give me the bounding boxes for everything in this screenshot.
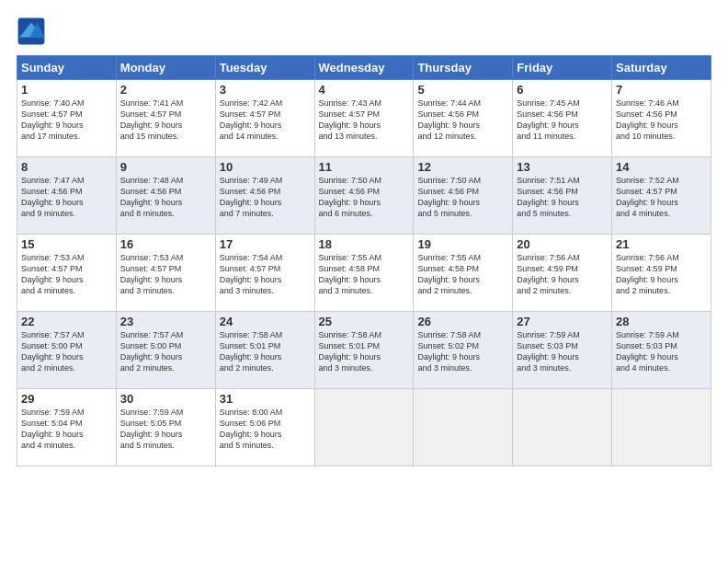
day-info: Sunrise: 7:57 AM Sunset: 5:00 PM Dayligh… <box>21 329 112 374</box>
day-number: 29 <box>21 392 112 406</box>
day-info: Sunrise: 7:52 AM Sunset: 4:57 PM Dayligh… <box>616 175 707 220</box>
day-info: Sunrise: 7:42 AM Sunset: 4:57 PM Dayligh… <box>220 98 311 143</box>
day-number: 14 <box>616 160 707 174</box>
day-number: 16 <box>120 237 211 251</box>
calendar-week-1: 8Sunrise: 7:47 AM Sunset: 4:56 PM Daylig… <box>17 157 711 235</box>
calendar-cell: 8Sunrise: 7:47 AM Sunset: 4:56 PM Daylig… <box>17 157 117 235</box>
day-number: 18 <box>319 237 410 251</box>
day-number: 22 <box>21 315 112 328</box>
calendar-cell: 1Sunrise: 7:40 AM Sunset: 4:57 PM Daylig… <box>17 80 117 157</box>
calendar-cell: 31Sunrise: 8:00 AM Sunset: 5:06 PM Dayli… <box>215 389 314 466</box>
header <box>17 17 711 46</box>
day-info: Sunrise: 7:59 AM Sunset: 5:03 PM Dayligh… <box>616 329 707 374</box>
day-number: 19 <box>417 237 508 251</box>
day-info: Sunrise: 7:53 AM Sunset: 4:57 PM Dayligh… <box>120 252 211 297</box>
day-number: 7 <box>616 83 707 97</box>
day-info: Sunrise: 7:59 AM Sunset: 5:03 PM Dayligh… <box>517 329 608 374</box>
calendar-cell <box>414 389 513 466</box>
day-info: Sunrise: 7:48 AM Sunset: 4:56 PM Dayligh… <box>120 175 211 220</box>
calendar-cell: 17Sunrise: 7:54 AM Sunset: 4:57 PM Dayli… <box>215 235 314 312</box>
day-info: Sunrise: 7:53 AM Sunset: 4:57 PM Dayligh… <box>21 252 112 297</box>
day-info: Sunrise: 7:43 AM Sunset: 4:57 PM Dayligh… <box>319 98 410 143</box>
day-number: 5 <box>417 83 508 97</box>
weekday-header-wednesday: Wednesday <box>314 56 414 80</box>
weekday-header-sunday: Sunday <box>17 56 117 80</box>
day-number: 15 <box>21 237 112 251</box>
weekday-header-tuesday: Tuesday <box>215 56 314 80</box>
calendar-cell: 25Sunrise: 7:58 AM Sunset: 5:01 PM Dayli… <box>314 312 414 389</box>
calendar-cell: 16Sunrise: 7:53 AM Sunset: 4:57 PM Dayli… <box>116 235 215 312</box>
calendar-cell: 21Sunrise: 7:56 AM Sunset: 4:59 PM Dayli… <box>612 235 711 312</box>
calendar-cell: 6Sunrise: 7:45 AM Sunset: 4:56 PM Daylig… <box>513 80 612 157</box>
weekday-header-row: SundayMondayTuesdayWednesdayThursdayFrid… <box>17 56 711 80</box>
calendar-cell: 26Sunrise: 7:58 AM Sunset: 5:02 PM Dayli… <box>414 312 513 389</box>
weekday-header-saturday: Saturday <box>612 56 711 80</box>
day-number: 8 <box>21 160 112 174</box>
day-number: 21 <box>616 237 707 251</box>
day-number: 26 <box>417 315 508 328</box>
day-info: Sunrise: 7:55 AM Sunset: 4:58 PM Dayligh… <box>319 252 410 297</box>
calendar-cell <box>314 389 414 466</box>
day-info: Sunrise: 7:57 AM Sunset: 5:00 PM Dayligh… <box>120 329 211 374</box>
calendar-cell: 7Sunrise: 7:46 AM Sunset: 4:56 PM Daylig… <box>612 80 711 157</box>
calendar: SundayMondayTuesdayWednesdayThursdayFrid… <box>17 55 711 466</box>
day-number: 10 <box>220 160 311 174</box>
day-info: Sunrise: 7:49 AM Sunset: 4:56 PM Dayligh… <box>220 175 311 220</box>
day-info: Sunrise: 7:50 AM Sunset: 4:56 PM Dayligh… <box>319 175 410 220</box>
day-info: Sunrise: 7:51 AM Sunset: 4:56 PM Dayligh… <box>517 175 608 220</box>
weekday-header-monday: Monday <box>116 56 215 80</box>
day-info: Sunrise: 7:58 AM Sunset: 5:01 PM Dayligh… <box>319 329 410 374</box>
calendar-cell <box>612 389 711 466</box>
day-number: 30 <box>120 392 211 406</box>
day-number: 12 <box>417 160 508 174</box>
calendar-cell: 22Sunrise: 7:57 AM Sunset: 5:00 PM Dayli… <box>17 312 117 389</box>
calendar-cell: 18Sunrise: 7:55 AM Sunset: 4:58 PM Dayli… <box>314 235 414 312</box>
day-number: 6 <box>517 83 608 97</box>
day-info: Sunrise: 8:00 AM Sunset: 5:06 PM Dayligh… <box>220 407 311 452</box>
calendar-cell <box>513 389 612 466</box>
calendar-week-2: 15Sunrise: 7:53 AM Sunset: 4:57 PM Dayli… <box>17 235 711 312</box>
calendar-cell: 29Sunrise: 7:59 AM Sunset: 5:04 PM Dayli… <box>17 389 117 466</box>
logo <box>17 17 50 46</box>
calendar-cell: 12Sunrise: 7:50 AM Sunset: 4:56 PM Dayli… <box>414 157 513 235</box>
day-number: 4 <box>319 83 410 97</box>
weekday-header-friday: Friday <box>513 56 612 80</box>
calendar-week-3: 22Sunrise: 7:57 AM Sunset: 5:00 PM Dayli… <box>17 312 711 389</box>
calendar-cell: 13Sunrise: 7:51 AM Sunset: 4:56 PM Dayli… <box>513 157 612 235</box>
day-number: 1 <box>21 83 112 97</box>
calendar-cell: 28Sunrise: 7:59 AM Sunset: 5:03 PM Dayli… <box>612 312 711 389</box>
day-number: 20 <box>517 237 608 251</box>
day-info: Sunrise: 7:55 AM Sunset: 4:58 PM Dayligh… <box>417 252 508 297</box>
day-number: 11 <box>319 160 410 174</box>
day-info: Sunrise: 7:54 AM Sunset: 4:57 PM Dayligh… <box>220 252 311 297</box>
day-info: Sunrise: 7:58 AM Sunset: 5:01 PM Dayligh… <box>220 329 311 374</box>
day-info: Sunrise: 7:50 AM Sunset: 4:56 PM Dayligh… <box>417 175 508 220</box>
day-info: Sunrise: 7:56 AM Sunset: 4:59 PM Dayligh… <box>616 252 707 297</box>
calendar-cell: 19Sunrise: 7:55 AM Sunset: 4:58 PM Dayli… <box>414 235 513 312</box>
calendar-cell: 15Sunrise: 7:53 AM Sunset: 4:57 PM Dayli… <box>17 235 117 312</box>
calendar-cell: 11Sunrise: 7:50 AM Sunset: 4:56 PM Dayli… <box>314 157 414 235</box>
page: SundayMondayTuesdayWednesdayThursdayFrid… <box>0 0 728 563</box>
day-number: 13 <box>517 160 608 174</box>
calendar-cell: 24Sunrise: 7:58 AM Sunset: 5:01 PM Dayli… <box>215 312 314 389</box>
calendar-week-4: 29Sunrise: 7:59 AM Sunset: 5:04 PM Dayli… <box>17 389 711 466</box>
day-info: Sunrise: 7:59 AM Sunset: 5:04 PM Dayligh… <box>21 407 112 452</box>
day-info: Sunrise: 7:58 AM Sunset: 5:02 PM Dayligh… <box>417 329 508 374</box>
day-info: Sunrise: 7:45 AM Sunset: 4:56 PM Dayligh… <box>517 98 608 143</box>
calendar-cell: 4Sunrise: 7:43 AM Sunset: 4:57 PM Daylig… <box>314 80 414 157</box>
day-number: 2 <box>120 83 211 97</box>
day-info: Sunrise: 7:44 AM Sunset: 4:56 PM Dayligh… <box>417 98 508 143</box>
calendar-cell: 10Sunrise: 7:49 AM Sunset: 4:56 PM Dayli… <box>215 157 314 235</box>
day-info: Sunrise: 7:40 AM Sunset: 4:57 PM Dayligh… <box>21 98 112 143</box>
day-info: Sunrise: 7:41 AM Sunset: 4:57 PM Dayligh… <box>120 98 211 143</box>
calendar-cell: 23Sunrise: 7:57 AM Sunset: 5:00 PM Dayli… <box>116 312 215 389</box>
day-info: Sunrise: 7:59 AM Sunset: 5:05 PM Dayligh… <box>120 407 211 452</box>
day-number: 25 <box>319 315 410 328</box>
day-number: 24 <box>220 315 311 328</box>
day-info: Sunrise: 7:56 AM Sunset: 4:59 PM Dayligh… <box>517 252 608 297</box>
calendar-cell: 27Sunrise: 7:59 AM Sunset: 5:03 PM Dayli… <box>513 312 612 389</box>
calendar-cell: 30Sunrise: 7:59 AM Sunset: 5:05 PM Dayli… <box>116 389 215 466</box>
day-number: 28 <box>616 315 707 328</box>
day-number: 27 <box>517 315 608 328</box>
day-number: 9 <box>120 160 211 174</box>
